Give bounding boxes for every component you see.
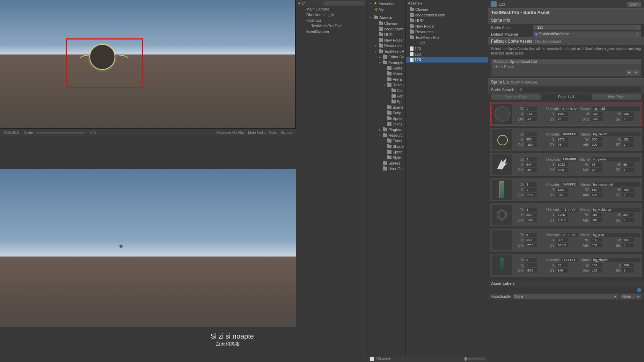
asset-item[interactable]: Clavian: [406, 7, 488, 12]
sprite-entry[interactable]: ID:3 Unicode:FAFFFFC Name:bg_miaoshudi X…: [490, 178, 642, 202]
assetbundle-dropdown[interactable]: None▾: [513, 294, 618, 299]
folder-item[interactable]: ▾TextMesh P: [367, 49, 405, 54]
folder-item[interactable]: Col: [367, 88, 405, 93]
favorites-header[interactable]: ▾★ Favorites: [367, 0, 405, 7]
sprite-list-header[interactable]: Sprite List (Click to collapse): [488, 78, 644, 86]
folder-icon: [383, 55, 387, 59]
resolution-label[interactable]: 1920x910: [3, 131, 19, 135]
folder-icon: [391, 89, 396, 92]
folder-item[interactable]: Sprite: [367, 116, 405, 121]
folder-item[interactable]: ▾Resources: [367, 43, 405, 49]
folder-item[interactable]: Scrip: [367, 110, 405, 116]
sprite-thumbnail: [492, 104, 512, 124]
hierarchy-item[interactable]: Directional Light: [296, 12, 367, 17]
object-picker-icon[interactable]: [636, 32, 639, 36]
fallback-header[interactable]: Fallback Sprite Assets (Click to collaps…: [488, 37, 644, 45]
asset-item[interactable]: 123: [406, 46, 488, 51]
folder-icon: [387, 106, 391, 109]
game-toggle[interactable]: Stats: [269, 131, 277, 135]
game-view[interactable]: [0, 0, 296, 129]
sprite-entry[interactable]: ID:1 Unicode:7FFEFDF Name:bg_heidi2 X:55…: [490, 128, 642, 151]
default-material-label: Default Material: [491, 32, 533, 36]
folder-item[interactable]: Style: [367, 155, 405, 160]
open-button[interactable]: Open: [627, 2, 641, 7]
folder-item[interactable]: Prefa: [367, 77, 405, 82]
project-footer: 123.asset: [367, 356, 488, 362]
hierarchy-item[interactable]: EventSystem: [296, 29, 367, 34]
folder-item[interactable]: ▸Editor Re: [367, 54, 405, 60]
thumbnail-slider[interactable]: [464, 358, 485, 360]
scene-name[interactable]: 1*: [302, 1, 305, 5]
asset-item[interactable]: TextMesh Pro: [406, 35, 488, 40]
scene-view[interactable]: [0, 169, 296, 327]
folder-item[interactable]: Textu: [367, 121, 405, 127]
hierarchy-item[interactable]: Canvas: [296, 17, 367, 23]
folder-icon: [379, 38, 383, 42]
breadcrumb[interactable]: Assets ▸: [406, 0, 488, 7]
game-toggle[interactable]: Mute Audio: [248, 131, 265, 135]
game-toggle[interactable]: Maximize On Play: [217, 131, 245, 135]
asset-item[interactable]: 123: [406, 57, 488, 63]
folder-icon: [383, 128, 387, 131]
folder-item[interactable]: Mater: [367, 71, 405, 77]
game-toggle[interactable]: Gizmos: [280, 131, 292, 135]
folder-item[interactable]: Sprites: [367, 160, 405, 166]
page-info: Page 1 / 3: [541, 94, 591, 100]
asset-item[interactable]: 123: [406, 40, 488, 46]
file-icon: [410, 46, 414, 51]
asset-item[interactable]: codeandweb.com: [406, 12, 488, 18]
object-picker-icon[interactable]: [636, 26, 639, 29]
asset-item[interactable]: 123: [406, 51, 488, 57]
folder-item[interactable]: Fonts: [367, 138, 405, 144]
asset-item[interactable]: Resources: [406, 29, 488, 35]
assetbundle-variant-dropdown[interactable]: None▾: [620, 294, 641, 299]
hierarchy-item[interactable]: Main Camera: [296, 6, 367, 12]
favorites-my[interactable]: Q My: [367, 7, 405, 12]
sprite-search-input[interactable]: [517, 87, 641, 93]
folder-item[interactable]: New Folder: [367, 37, 405, 43]
folder-item[interactable]: ▾Resou: [367, 82, 405, 88]
sprite-atlas-field[interactable]: ▫123: [533, 25, 641, 30]
subtitle-line2: 白天和黑夜: [215, 341, 240, 347]
next-page-button[interactable]: Next Page: [592, 94, 641, 100]
folder-item[interactable]: Scene: [367, 104, 405, 110]
sprite-entry[interactable]: ID:0 Unicode:BFFFEFD Name:bg_heidi X:873…: [490, 102, 642, 126]
folder-item[interactable]: HUD: [367, 32, 405, 37]
folder-item[interactable]: Sprite: [367, 149, 405, 155]
sprite-entry[interactable]: ID:2 Unicode:FFFAFFF Name:bg_jiantou X:9…: [490, 153, 642, 176]
fallback-list: Fallback Sprite Asset List List is Empty…: [491, 58, 641, 77]
folder-item[interactable]: Shade: [367, 144, 405, 149]
remove-button[interactable]: −: [633, 70, 639, 75]
sprite-entry[interactable]: ID:4 Unicode:FBFAFFF Name:bg_wubianxin X…: [490, 203, 642, 227]
hierarchy-panel: ◈ 1* Main CameraDirectional LightCanvasT…: [296, 0, 367, 362]
folder-icon: [387, 66, 391, 70]
assets-root[interactable]: ▾ Assets: [367, 14, 405, 21]
asset-item[interactable]: HUD: [406, 18, 488, 23]
default-material-field[interactable]: TextMeshPro/Sprite: [533, 31, 641, 37]
folder-item[interactable]: Fonts: [367, 65, 405, 71]
folder-item[interactable]: User Gu: [367, 166, 405, 172]
folder-item[interactable]: codeandwe: [367, 26, 405, 32]
hierarchy-item[interactable]: TextMeshPro Text: [296, 23, 367, 29]
folder-item[interactable]: ▾Example: [367, 60, 405, 65]
prev-page-button[interactable]: Previous Page: [491, 94, 541, 100]
folder-item[interactable]: ▾Resourc: [367, 132, 405, 138]
folder-item[interactable]: Clavian: [367, 21, 405, 26]
folder-item[interactable]: Spr: [367, 99, 405, 104]
hierarchy-search[interactable]: [323, 1, 365, 6]
star-icon: ★: [374, 1, 377, 6]
folder-icon: [383, 61, 387, 64]
sprite-entry[interactable]: ID:5 Unicode:BFFFFAF Name:bg_xian X:553 …: [490, 228, 642, 252]
asset-labels-header: Asset Labels: [488, 280, 644, 287]
subtitle-line1: Si zi si noapte: [210, 332, 254, 340]
inspector-panel: 123 Open TextMeshPro - Sprite Asset Spri…: [488, 0, 644, 362]
sprite-entry[interactable]: ID:6 Unicode:FFFFFEC Name:bg_zhiyedi X:1…: [490, 253, 642, 277]
folder-item[interactable]: Fon: [367, 93, 405, 99]
add-button[interactable]: +: [626, 70, 632, 75]
folder-item[interactable]: ▸Plugins: [367, 127, 405, 132]
asset-item[interactable]: New Folder: [406, 23, 488, 29]
folder-icon: [379, 33, 383, 36]
scale-slider[interactable]: [36, 132, 85, 133]
sprite-thumbnail: [492, 129, 512, 150]
tag-icon[interactable]: [637, 288, 641, 292]
